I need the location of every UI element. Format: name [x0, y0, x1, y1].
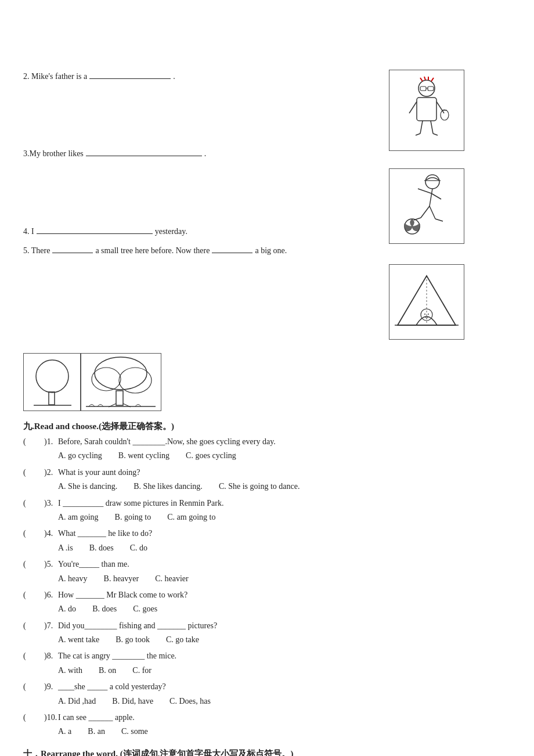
s2-blank — [89, 70, 171, 79]
mc-question-8: ()8.The cat is angry ________ the mice. — [23, 650, 511, 663]
svg-line-23 — [430, 206, 435, 219]
svg-point-30 — [428, 314, 429, 315]
svg-line-25 — [435, 219, 443, 221]
svg-line-14 — [431, 121, 433, 134]
svg-line-15 — [416, 134, 420, 135]
mc-opt-10-0: A. a — [58, 725, 71, 738]
svg-point-11 — [441, 110, 449, 120]
mc-options-7: A. went takeB. go tookC. go take — [58, 633, 511, 646]
svg-line-1 — [420, 78, 423, 81]
svg-line-4 — [431, 78, 434, 81]
mc-options-3: A. am goingB. going toC. am going to — [58, 511, 511, 524]
svg-line-22 — [421, 206, 430, 218]
mc-text-10: I can see ______ apple. — [58, 711, 511, 724]
mc-item-4: ()4.What _______ he like to do?A .isB. d… — [23, 527, 511, 555]
mc-opt-5-1: B. heavyer — [104, 573, 139, 585]
mc-num-4: )4. — [44, 527, 58, 540]
mc-question-3: ()3.I __________ draw some pictures in R… — [23, 497, 511, 510]
svg-point-36 — [95, 357, 147, 390]
mc-opt-1-2: C. goes cycling — [186, 449, 236, 462]
mc-options-8: A. withB. onC. for — [58, 664, 511, 677]
mc-text-7: Did you________ fishing and _______ pict… — [58, 620, 511, 632]
svg-rect-34 — [49, 392, 55, 405]
mc-opt-6-1: B. does — [92, 603, 117, 615]
mc-paren-7: ( — [23, 620, 44, 632]
sentence-5: 5. There a small tree here before. Now t… — [23, 244, 511, 257]
mc-opt-9-1: B. Did, have — [112, 695, 153, 708]
section-10-title: 十．Rearrange the word. (连词成句,注意句首字母大小写及标点… — [23, 747, 511, 756]
mc-opt-9-0: A. Did ,had — [58, 695, 96, 708]
mc-item-1: ()1.Before, Sarah couldn't ________.Now,… — [23, 435, 511, 463]
mc-opt-7-0: A. went take — [58, 633, 99, 646]
mc-item-6: ()6.How _______ Mr Black come to work?A.… — [23, 589, 511, 616]
svg-line-9 — [409, 102, 417, 113]
tree-images-row — [23, 353, 511, 411]
mc-paren-9: ( — [23, 681, 44, 693]
mc-question-1: ()1.Before, Sarah couldn't ________.Now,… — [23, 435, 511, 448]
mc-paren-5: ( — [23, 558, 44, 571]
mc-question-6: ()6.How _______ Mr Black come to work? — [23, 589, 511, 602]
mc-text-5: You're_____ than me. — [58, 558, 511, 571]
mc-item-2: ()2.What is your aunt doing?A. She is da… — [23, 466, 511, 494]
mc-paren-1: ( — [23, 435, 44, 448]
mc-opt-4-2: C. do — [130, 542, 147, 555]
mc-opt-3-1: B. going to — [115, 511, 151, 524]
s4-blank — [37, 225, 153, 234]
mc-options-4: A .isB. doesC. do — [58, 542, 511, 555]
mc-opt-1-0: A. go cycling — [58, 449, 102, 462]
mc-options-5: A. heavyB. heavyerC. heavier — [58, 573, 511, 585]
mc-opt-7-1: B. go took — [116, 633, 150, 646]
mc-opt-1-1: B. went cycling — [118, 449, 169, 462]
mc-opt-6-2: C. goes — [133, 603, 157, 615]
mc-item-3: ()3.I __________ draw some pictures in R… — [23, 497, 511, 524]
mc-question-5: ()5.You're_____ than me. — [23, 558, 511, 571]
svg-point-17 — [425, 175, 439, 189]
mc-opt-2-1: B. She likes dancing. — [134, 480, 203, 493]
mc-text-4: What _______ he like to do? — [58, 527, 511, 540]
mc-opt-2-2: C. She is going to dance. — [219, 480, 300, 493]
mc-paren-6: ( — [23, 589, 44, 602]
mc-item-9: ()9.____she _____ a cold yesterday?A. Di… — [23, 681, 511, 708]
s3-blank — [86, 147, 202, 156]
section-9: 九.Read and choose.(选择最正确答案。) ()1.Before,… — [23, 419, 511, 739]
mc-options-9: A. Did ,hadB. Did, haveC. Does, has — [58, 695, 511, 708]
s2-text: 2. Mike's father is a — [23, 70, 87, 83]
svg-line-16 — [433, 134, 438, 135]
svg-rect-39 — [116, 391, 123, 405]
svg-rect-5 — [420, 87, 426, 91]
section-9-title: 九.Read and choose.(选择最正确答案。) — [23, 419, 511, 433]
svg-line-2 — [424, 77, 425, 80]
mc-num-2: )2. — [44, 466, 58, 479]
mc-paren-8: ( — [23, 650, 44, 663]
tree-image-1 — [23, 353, 81, 411]
mc-opt-4-1: B. does — [89, 542, 114, 555]
image-tent — [389, 264, 464, 340]
mc-options-2: A. She is dancing.B. She likes dancing.C… — [58, 480, 511, 493]
mc-items-container: ()1.Before, Sarah couldn't ________.Now,… — [23, 435, 511, 739]
mc-question-2: ()2.What is your aunt doing? — [23, 466, 511, 479]
mc-num-8: )8. — [44, 650, 58, 663]
mc-num-6: )6. — [44, 589, 58, 602]
svg-point-33 — [36, 360, 68, 393]
mc-num-3: )3. — [44, 497, 58, 510]
mc-num-5: )5. — [44, 558, 58, 571]
mc-num-10: )10. — [44, 711, 58, 724]
mc-opt-10-1: B. an — [88, 725, 105, 738]
mc-opt-8-1: B. on — [99, 664, 116, 677]
mc-item-7: ()7.Did you________ fishing and _______ … — [23, 620, 511, 647]
section-10: 十．Rearrange the word. (连词成句,注意句首字母大小写及标点… — [23, 747, 511, 756]
mc-opt-3-2: C. am going to — [167, 511, 215, 524]
svg-point-29 — [424, 314, 425, 315]
mc-opt-8-0: A. with — [58, 664, 82, 677]
svg-rect-8 — [417, 98, 436, 121]
mc-question-4: ()4.What _______ he like to do? — [23, 527, 511, 540]
mc-paren-10: ( — [23, 711, 44, 724]
mc-num-9: )9. — [44, 681, 58, 693]
mc-opt-3-0: A. am going — [58, 511, 99, 524]
svg-line-20 — [418, 189, 431, 193]
mc-item-5: ()5.You're_____ than me.A. heavyB. heavy… — [23, 558, 511, 585]
page: 2. Mike's father is a . 3.My brother lik… — [23, 70, 511, 756]
svg-line-21 — [431, 193, 441, 199]
mc-opt-9-2: C. Does, has — [169, 695, 211, 708]
svg-rect-6 — [428, 87, 434, 91]
